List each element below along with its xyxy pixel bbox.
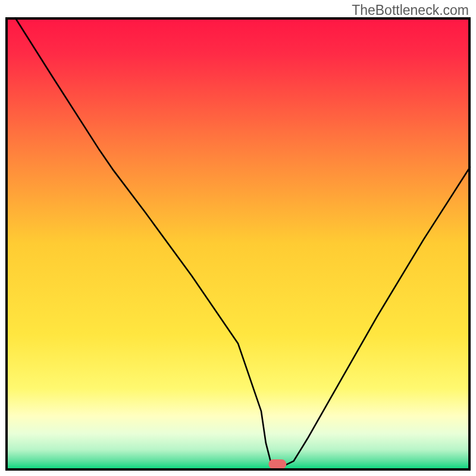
optimal-point-marker	[268, 459, 286, 469]
chart-svg	[0, 0, 476, 476]
watermark-text: TheBottleneck.com	[352, 2, 469, 18]
bottleneck-chart: TheBottleneck.com	[0, 0, 476, 476]
svg-rect-0	[6, 18, 470, 470]
